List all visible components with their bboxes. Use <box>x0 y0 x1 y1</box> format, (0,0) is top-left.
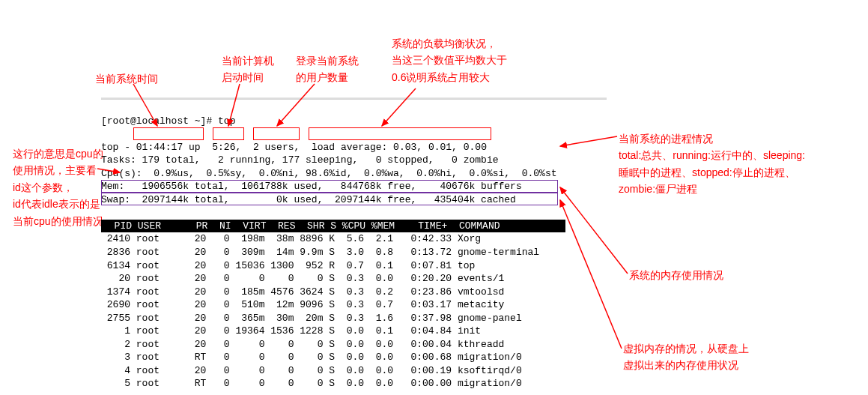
process-row: 2410 root 20 0 198m 38m 8896 K 5.6 2.1 0… <box>101 233 481 244</box>
svg-line-7 <box>560 200 622 349</box>
process-header: PID USER PR NI VIRT RES SHR S %CPU %MEM … <box>101 220 565 233</box>
annot-cpu: 这行的意思是cpu的 使用情况，主要看 id这个参数， id代表idle表示的是… <box>13 145 103 229</box>
process-row: 3 root RT 0 0 0 0 S 0.0 0.0 0:00.68 migr… <box>101 352 522 363</box>
annot-swap: 虚拟内存的情况，从硬盘上 虚拟出来的内存使用状况 <box>623 340 749 374</box>
annot-users: 登录当前系统 的用户数量 <box>296 52 359 86</box>
process-row: 1 root 20 0 19364 1536 1228 S 0.0 0.1 0:… <box>101 325 481 337</box>
svg-line-6 <box>560 187 628 274</box>
svg-line-5 <box>560 136 617 146</box>
window-top-bar <box>101 97 607 100</box>
process-row: 2755 root 20 0 365m 30m 20m S 0.3 1.6 0:… <box>101 313 522 324</box>
process-row: 5 root RT 0 0 0 0 S 0.0 0.0 0:00.00 migr… <box>101 378 522 389</box>
annot-time: 当前系统时间 <box>95 70 158 87</box>
terminal-output: [root@localhost ~]# top top - 01:44:17 u… <box>101 101 565 391</box>
annot-mem: 系统的内存使用情况 <box>629 267 723 283</box>
top-mem: Mem: 1906556k total, 1061788k used, 8447… <box>101 181 522 192</box>
process-row: 4 root 20 0 0 0 0 S 0.0 0.0 0:00.19 ksof… <box>101 365 522 376</box>
process-row: 2690 root 20 0 510m 12m 9096 S 0.3 0.7 0… <box>101 299 504 310</box>
annot-uptime: 当前计算机 启动时间 <box>222 52 274 86</box>
shell-prompt: [root@localhost ~]# top <box>101 115 235 127</box>
process-row: 6134 root 20 0 15036 1300 952 R 0.7 0.1 … <box>101 260 475 271</box>
top-cpu: Cpu(s): 0.9%us, 0.5%sy, 0.0%ni, 98.6%id,… <box>101 168 557 179</box>
process-row: 2836 root 20 0 309m 14m 9.9m S 3.0 0.8 0… <box>101 247 539 258</box>
annot-load: 系统的负载均衡状况， 当这三个数值平均数大于 0.6说明系统占用较大 <box>392 35 507 85</box>
process-row: 1374 root 20 0 185m 4576 3624 S 0.3 0.2 … <box>101 286 504 298</box>
annot-tasks: 当前系统的进程情况 total:总共、running:运行中的、sleeping… <box>619 130 805 198</box>
top-line1: top - 01:44:17 up 5:26, 2 users, load av… <box>101 142 487 153</box>
process-row: 2 root 20 0 0 0 0 S 0.0 0.0 0:00.04 kthr… <box>101 339 504 350</box>
process-row: 20 root 20 0 0 0 0 S 0.3 0.0 0:20.20 eve… <box>101 273 504 284</box>
top-swap: Swap: 2097144k total, 0k used, 2097144k … <box>101 194 516 205</box>
top-tasks: Tasks: 179 total, 2 running, 177 sleepin… <box>101 154 499 166</box>
